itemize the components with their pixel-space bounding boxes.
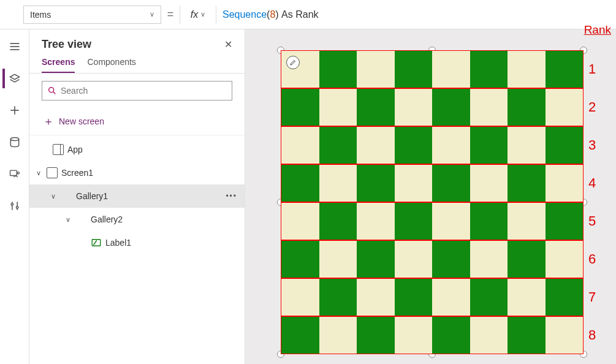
chevron-down-icon[interactable]: ∨ — [64, 216, 72, 224]
tab-screens[interactable]: Screens — [42, 57, 75, 73]
media-nav-icon[interactable] — [5, 164, 25, 184]
board-cell — [357, 89, 395, 126]
board-cell — [319, 127, 357, 164]
board-cell — [546, 279, 584, 316]
board-cell — [357, 203, 395, 240]
board-cell — [508, 317, 546, 354]
gallery-row[interactable] — [281, 316, 584, 354]
chevron-down-icon[interactable]: ∨ — [49, 192, 58, 200]
new-screen-button[interactable]: ＋ New screen — [29, 108, 245, 135]
tree-node-label1[interactable]: Label1 — [29, 231, 245, 254]
gallery-row[interactable] — [281, 50, 584, 88]
board-cell — [546, 51, 584, 88]
board-cell — [508, 203, 546, 240]
gallery-row[interactable] — [281, 240, 584, 278]
board-cell — [395, 279, 433, 316]
close-icon[interactable]: ✕ — [224, 39, 232, 50]
board-cell — [508, 165, 546, 202]
search-input[interactable] — [42, 81, 232, 100]
board-cell — [395, 51, 433, 88]
board-cell — [470, 89, 508, 126]
board-cell — [319, 241, 357, 278]
panel-title: Tree view — [42, 38, 91, 51]
board-cell — [546, 317, 584, 354]
tab-components[interactable]: Components — [87, 57, 135, 73]
insert-nav-icon[interactable] — [5, 100, 25, 120]
svg-point-12 — [49, 88, 54, 93]
svg-point-7 — [17, 172, 19, 174]
board-cell — [395, 127, 433, 164]
board-cell — [508, 51, 546, 88]
board-cell — [357, 317, 395, 354]
property-selector[interactable]: Items ∨ — [23, 6, 161, 24]
board-cell — [395, 317, 433, 354]
fx-dropdown[interactable]: fx ∨ — [180, 6, 216, 24]
board-cell — [470, 203, 508, 240]
tree-node-gallery2[interactable]: ∨ Gallery2 — [29, 208, 245, 231]
rank-label: 1 — [588, 50, 596, 88]
board-cell — [546, 89, 584, 126]
board-cell — [432, 89, 470, 126]
edit-template-icon[interactable] — [286, 56, 300, 69]
gallery-row[interactable] — [281, 164, 584, 202]
gallery-icon — [76, 214, 87, 225]
board-cell — [470, 51, 508, 88]
gallery-row[interactable] — [281, 278, 584, 316]
chevron-down-icon[interactable]: ∨ — [34, 169, 43, 177]
hamburger-icon[interactable] — [5, 37, 25, 56]
board-cell — [546, 241, 584, 278]
gallery-row[interactable] — [281, 126, 584, 164]
board-cell — [508, 279, 546, 316]
search-field[interactable] — [61, 86, 227, 96]
equals-icon: = — [161, 8, 180, 21]
board-cell — [281, 165, 319, 202]
board-cell — [508, 127, 546, 164]
rank-label: 3 — [588, 126, 596, 164]
data-nav-icon[interactable] — [5, 132, 25, 152]
app-icon — [53, 144, 64, 155]
board-cell — [432, 279, 470, 316]
tree-label: App — [67, 145, 237, 154]
board-cell — [432, 165, 470, 202]
board-cell — [281, 203, 319, 240]
board-cell — [281, 317, 319, 354]
search-icon — [47, 86, 57, 96]
board-cell — [357, 127, 395, 164]
board-cell — [432, 127, 470, 164]
gallery-row[interactable] — [281, 202, 584, 240]
more-icon[interactable]: ••• — [226, 192, 237, 200]
board-cell — [319, 89, 357, 126]
svg-rect-6 — [10, 170, 17, 175]
rank-label: 4 — [588, 164, 596, 202]
formula-token-rank: Rank — [295, 9, 318, 20]
board-cell — [395, 203, 433, 240]
board-cell — [508, 89, 546, 126]
board-cell — [470, 165, 508, 202]
tree: App ∨ Screen1 ∨ Gallery1 ••• ∨ Gallery2 — [29, 135, 245, 254]
board-cell — [395, 165, 433, 202]
board-cell — [357, 279, 395, 316]
gallery-row[interactable] — [281, 88, 584, 126]
svg-line-15 — [94, 240, 97, 245]
formula-input[interactable]: Sequence(8) As Rank — [216, 6, 616, 24]
board-cell — [432, 203, 470, 240]
tree-node-gallery1[interactable]: ∨ Gallery1 ••• — [29, 184, 245, 208]
screen-icon — [47, 167, 58, 178]
rank-label: 5 — [588, 202, 596, 240]
tree-label: Screen1 — [61, 168, 237, 178]
tools-nav-icon[interactable] — [5, 196, 25, 216]
tree-node-app[interactable]: App — [29, 138, 245, 161]
formula-token-fn: Sequence — [222, 9, 267, 20]
board-cell — [319, 279, 357, 316]
rank-label: 7 — [588, 278, 596, 316]
tree-node-screen1[interactable]: ∨ Screen1 — [29, 161, 245, 184]
chevron-down-icon: ∨ — [150, 10, 154, 18]
rank-labels: 12345678 — [588, 50, 596, 354]
rank-header-label: Rank — [584, 23, 611, 37]
chevron-down-icon: ∨ — [200, 10, 205, 18]
board-cell — [281, 127, 319, 164]
canvas[interactable]: Rank 12345678 — [245, 29, 616, 364]
tree-view-nav-icon[interactable] — [2, 69, 22, 88]
gallery1-control[interactable] — [281, 50, 584, 354]
rank-label: 8 — [588, 316, 596, 354]
